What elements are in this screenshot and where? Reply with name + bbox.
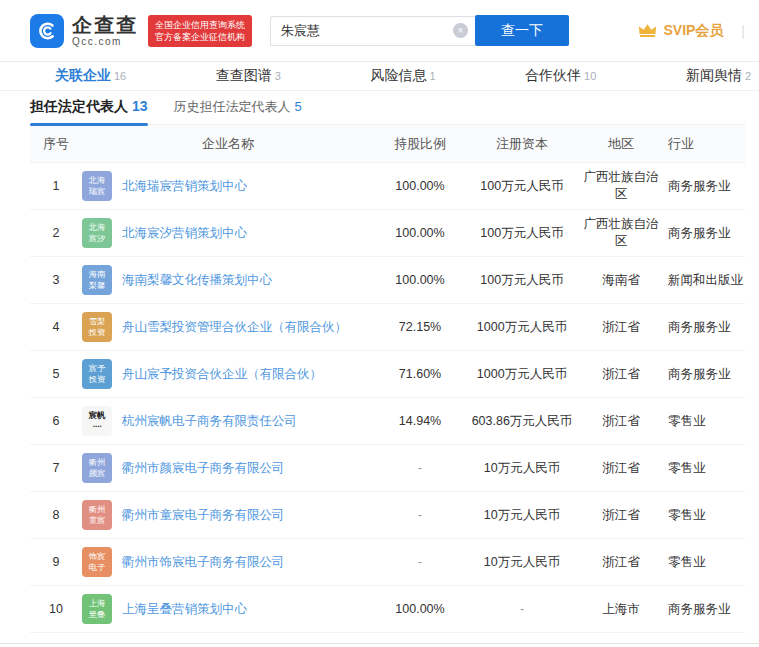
table-row: 3 海南梨馨 海南梨馨文化传播策划中心 100.00% 100万元人民币 海南省…: [30, 257, 745, 304]
industry: 零售业: [664, 492, 745, 539]
company-name-link[interactable]: 北海瑞宸营销策划中心: [122, 178, 247, 195]
region: 海南省: [578, 257, 664, 304]
row-index: 1: [30, 163, 82, 210]
brand-text[interactable]: 企查查 Qcc.com: [72, 15, 138, 47]
sub-tab-0[interactable]: 担任法定代表人13: [30, 90, 148, 126]
col-header-index: 序号: [30, 125, 82, 163]
company-name-link[interactable]: 衢州市颜宸电子商务有限公司: [122, 460, 285, 477]
search-bar: × 查一下: [270, 15, 569, 46]
table-header-row: 序号 企业名称 持股比例 注册资本 地区 行业: [30, 125, 745, 163]
row-index: 2: [30, 210, 82, 257]
industry: 商务服务业: [664, 351, 745, 398]
registered-capital: 603.86万元人民币: [466, 398, 578, 445]
search-button[interactable]: 查一下: [475, 15, 569, 46]
registered-capital: 100万元人民币: [466, 163, 578, 210]
col-header-ratio: 持股比例: [374, 125, 466, 163]
companies-table: 序号 企业名称 持股比例 注册资本 地区 行业 1 北海瑞宸 北海瑞宸营销策划中…: [30, 124, 745, 633]
header-divider: |: [741, 23, 745, 39]
table-row: 1 北海瑞宸 北海瑞宸营销策划中心 100.00% 100万元人民币 广西壮族自…: [30, 163, 745, 210]
industry: 商务服务业: [664, 586, 745, 633]
nav-tab-0[interactable]: 关联企业16: [55, 67, 126, 85]
shareholding-ratio: 100.00%: [374, 586, 466, 633]
col-header-capital: 注册资本: [466, 125, 578, 163]
company-logo-badge: 北海宸汐: [82, 218, 112, 248]
page-bottom-divider: [0, 643, 759, 644]
company-logo-badge: 上海呈叠: [82, 594, 112, 624]
col-header-company: 企业名称: [82, 125, 374, 163]
nav-tab-1[interactable]: 查查图谱3: [216, 67, 281, 85]
region: 浙江省: [578, 304, 664, 351]
certification-badge: 全国企业信用查询系统 官方备案企业征信机构: [148, 15, 252, 47]
registered-capital: 10万元人民币: [466, 539, 578, 586]
industry: 商务服务业: [664, 304, 745, 351]
row-index: 10: [30, 586, 82, 633]
industry: 零售业: [664, 398, 745, 445]
shareholding-ratio: 72.15%: [374, 304, 466, 351]
nav-tab-4[interactable]: 新闻舆情2: [686, 67, 751, 85]
company-logo-badge: 海南梨馨: [82, 265, 112, 295]
company-name-link[interactable]: 海南梨馨文化传播策划中心: [122, 272, 272, 289]
registered-capital: -: [466, 586, 578, 633]
row-index: 5: [30, 351, 82, 398]
region: 广西壮族自治区: [578, 210, 664, 257]
industry: 零售业: [664, 445, 745, 492]
brand-domain: Qcc.com: [72, 37, 138, 47]
qcc-spiral-icon: [35, 19, 59, 43]
col-header-industry: 行业: [664, 125, 745, 163]
table-body: 1 北海瑞宸 北海瑞宸营销策划中心 100.00% 100万元人民币 广西壮族自…: [30, 163, 745, 633]
company-name-link[interactable]: 舟山雪梨投资管理合伙企业（有限合伙）: [122, 319, 347, 336]
header-right: SVIP会员 |: [638, 22, 745, 40]
table-row: 8 衢州童宸 衢州市童宸电子商务有限公司 - 10万元人民币 浙江省 零售业: [30, 492, 745, 539]
nav-tab-3[interactable]: 合作伙伴10: [525, 67, 596, 85]
row-index: 7: [30, 445, 82, 492]
shareholding-ratio: -: [374, 539, 466, 586]
crown-icon: [638, 23, 657, 38]
sub-tab-1[interactable]: 历史担任法定代表人5: [174, 90, 302, 126]
company-logo-badge: 衢州童宸: [82, 500, 112, 530]
search-input[interactable]: [270, 16, 475, 46]
region: 上海市: [578, 586, 664, 633]
clear-search-icon[interactable]: ×: [453, 23, 468, 38]
industry: 零售业: [664, 539, 745, 586]
company-name-link[interactable]: 上海呈叠营销策划中心: [122, 601, 247, 618]
svip-membership-link[interactable]: SVIP会员: [638, 22, 723, 40]
region: 浙江省: [578, 445, 664, 492]
sub-tabs: 担任法定代表人13历史担任法定代表人5: [0, 91, 759, 124]
row-index: 9: [30, 539, 82, 586]
company-logo-badge: 宸帆∙∙∙∙: [82, 406, 112, 436]
table-row: 4 雪梨投资 舟山雪梨投资管理合伙企业（有限合伙） 72.15% 1000万元人…: [30, 304, 745, 351]
shareholding-ratio: 100.00%: [374, 257, 466, 304]
registered-capital: 1000万元人民币: [466, 304, 578, 351]
region: 广西壮族自治区: [578, 163, 664, 210]
cert-line-2: 官方备案企业征信机构: [155, 31, 245, 43]
qcc-logo-icon[interactable]: [30, 14, 64, 48]
company-name-link[interactable]: 衢州市童宸电子商务有限公司: [122, 507, 285, 524]
page: 企查查 Qcc.com 全国企业信用查询系统 官方备案企业征信机构 × 查一下 …: [0, 0, 759, 647]
table-row: 10 上海呈叠 上海呈叠营销策划中心 100.00% - 上海市 商务服务业: [30, 586, 745, 633]
nav-tabs: 关联企业16查查图谱3风险信息1合作伙伴10新闻舆情2: [0, 62, 759, 91]
company-logo-badge: 衢州颜宸: [82, 453, 112, 483]
company-logo-badge: 雪梨投资: [82, 312, 112, 342]
svip-label: SVIP会员: [663, 22, 723, 40]
row-index: 8: [30, 492, 82, 539]
row-index: 6: [30, 398, 82, 445]
company-name-link[interactable]: 北海宸汐营销策划中心: [122, 225, 247, 242]
industry: 商务服务业: [664, 163, 745, 210]
registered-capital: 100万元人民币: [466, 257, 578, 304]
company-name-link[interactable]: 杭州宸帆电子商务有限责任公司: [122, 413, 297, 430]
company-name-link[interactable]: 衢州市饰宸电子商务有限公司: [122, 554, 285, 571]
nav-tab-2[interactable]: 风险信息1: [370, 67, 435, 85]
cert-line-1: 全国企业信用查询系统: [155, 19, 245, 31]
table-row: 5 宸予投资 舟山宸予投资合伙企业（有限合伙） 71.60% 1000万元人民币…: [30, 351, 745, 398]
row-index: 3: [30, 257, 82, 304]
registered-capital: 1000万元人民币: [466, 351, 578, 398]
shareholding-ratio: 100.00%: [374, 163, 466, 210]
company-name-link[interactable]: 舟山宸予投资合伙企业（有限合伙）: [122, 366, 322, 383]
brand-name: 企查查: [72, 15, 138, 35]
table-row: 2 北海宸汐 北海宸汐营销策划中心 100.00% 100万元人民币 广西壮族自…: [30, 210, 745, 257]
shareholding-ratio: -: [374, 492, 466, 539]
company-logo-badge: 北海瑞宸: [82, 171, 112, 201]
registered-capital: 10万元人民币: [466, 445, 578, 492]
region: 浙江省: [578, 351, 664, 398]
registered-capital: 100万元人民币: [466, 210, 578, 257]
